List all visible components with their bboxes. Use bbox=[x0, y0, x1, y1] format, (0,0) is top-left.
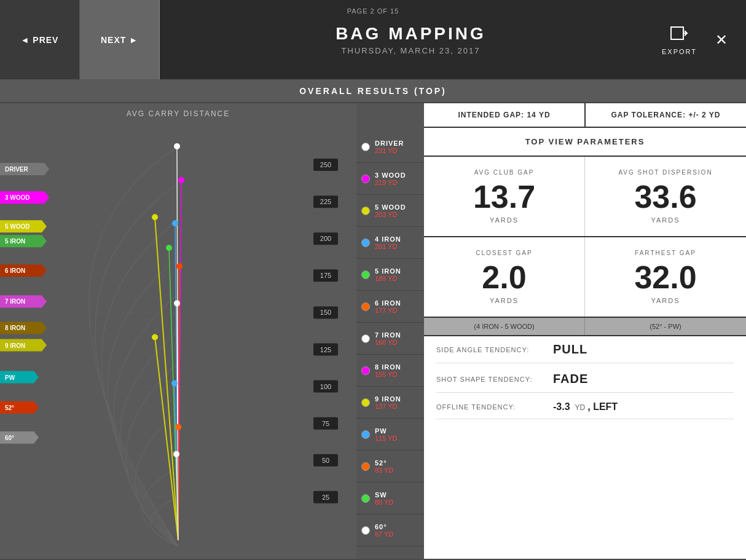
legend-text: SW 80 YD bbox=[375, 491, 393, 506]
offline-label: OFFLINE TENDENCY: bbox=[436, 403, 547, 411]
legend-dot bbox=[361, 366, 370, 375]
tendency-rows: SIDE ANGLE TENDENCY: PULL SHOT SHAPE TEN… bbox=[424, 336, 746, 559]
svg-point-65 bbox=[174, 143, 180, 149]
avg-shot-disp-value: 33.6 bbox=[634, 181, 696, 213]
legend-item: 3 WOOD 219 YD bbox=[356, 163, 424, 195]
svg-point-68 bbox=[172, 220, 178, 226]
next-button[interactable]: NEXT ► bbox=[80, 0, 160, 79]
svg-text:50: 50 bbox=[322, 457, 329, 464]
closest-gap-unit: YARDS bbox=[490, 297, 519, 304]
svg-text:200: 200 bbox=[320, 235, 331, 242]
svg-text:52°: 52° bbox=[5, 404, 14, 411]
legend-text: 4 IRON 201 YD bbox=[375, 235, 401, 250]
legend-club-name: 5 IRON bbox=[375, 267, 401, 275]
page-indicator: PAGE 2 OF 15 bbox=[347, 7, 399, 15]
legend-club-name: 52° bbox=[375, 459, 393, 467]
legend-text: 3 WOOD 219 YD bbox=[375, 172, 406, 186]
chart-svg: 250 225 200 175 150 125 100 75 50 25 DRI… bbox=[0, 128, 356, 559]
legend-club-dist: 115 YD bbox=[375, 435, 398, 442]
legend-item: 8 IRON 155 YD bbox=[356, 355, 424, 387]
avg-shot-disp-cell: AVG SHOT DISPERSION 33.6 YARDS bbox=[585, 157, 746, 236]
legend-item: DRIVER 231 YD bbox=[356, 131, 424, 163]
svg-point-66 bbox=[178, 177, 184, 183]
svg-point-70 bbox=[176, 263, 183, 269]
legend-dot bbox=[361, 334, 370, 343]
svg-text:8 IRON: 8 IRON bbox=[5, 325, 25, 331]
legend-dot bbox=[361, 430, 370, 439]
avg-club-gap-unit: YARDS bbox=[490, 216, 519, 224]
svg-text:100: 100 bbox=[320, 383, 331, 390]
legend-club-name: 6 IRON bbox=[375, 299, 401, 307]
page-title: BAG MAPPING bbox=[336, 24, 486, 44]
right-panel: INTENDED GAP: 14 YD GAP TOLERANCE: +/- 2… bbox=[424, 103, 746, 559]
svg-text:7 IRON: 7 IRON bbox=[5, 298, 25, 305]
export-button[interactable]: EXPORT bbox=[662, 25, 697, 55]
svg-point-74 bbox=[175, 424, 181, 430]
offline-unit: YD bbox=[575, 403, 586, 412]
section-title: OVERALL RESULTS (TOP) bbox=[0, 80, 746, 103]
side-angle-row: SIDE ANGLE TENDENCY: PULL bbox=[436, 342, 734, 363]
svg-text:125: 125 bbox=[320, 346, 331, 353]
legend-text: 6 IRON 177 YD bbox=[375, 299, 401, 314]
svg-text:150: 150 bbox=[320, 309, 331, 316]
gap-tolerance: GAP TOLERANCE: +/- 2 YD bbox=[586, 103, 746, 127]
page-subtitle: THURSDAY, MARCH 23, 2017 bbox=[341, 46, 480, 55]
legend-club-name: 8 IRON bbox=[375, 363, 401, 371]
left-panel: AVG CARRY DISTANCE bbox=[0, 103, 356, 559]
avg-club-gap-value: 13.7 bbox=[473, 181, 535, 213]
legend-club-dist: 201 YD bbox=[375, 243, 401, 250]
legend-text: 7 IRON 160 YD bbox=[375, 331, 401, 346]
header: PAGE 2 OF 15 ◄ PREV NEXT ► BAG MAPPING T… bbox=[0, 0, 746, 80]
legend-dot bbox=[361, 302, 370, 311]
legend-club-dist: 80 YD bbox=[375, 499, 393, 506]
svg-text:75: 75 bbox=[322, 420, 329, 427]
offline-value: -3.3 bbox=[553, 401, 570, 412]
closest-gap-label: CLOSEST GAP bbox=[476, 250, 532, 256]
intended-gap-label: INTENDED GAP: bbox=[458, 111, 524, 119]
legend-item: 60° 67 YD bbox=[356, 515, 424, 546]
svg-text:250: 250 bbox=[320, 161, 331, 168]
legend-item: SW 80 YD bbox=[356, 483, 424, 515]
svg-text:5 WOOD: 5 WOOD bbox=[5, 223, 30, 230]
legend-club-name: PW bbox=[375, 427, 398, 435]
close-button[interactable]: ✕ bbox=[715, 31, 728, 49]
legend-dot bbox=[361, 175, 370, 183]
legend-item: 6 IRON 177 YD bbox=[356, 291, 424, 323]
chart-title: AVG CARRY DISTANCE bbox=[0, 103, 356, 121]
svg-point-73 bbox=[171, 381, 178, 387]
svg-point-67 bbox=[152, 214, 158, 220]
closest-gap-cell: CLOSEST GAP 2.0 YARDS bbox=[424, 237, 585, 317]
avg-shot-disp-label: AVG SHOT DISPERSION bbox=[618, 169, 712, 176]
legend-club-name: 9 IRON bbox=[375, 395, 401, 403]
svg-line-14 bbox=[155, 217, 178, 540]
legend-club-name: 7 IRON bbox=[375, 331, 401, 339]
legend-item: 9 IRON 137 YD bbox=[356, 387, 424, 419]
shot-shape-value: FADE bbox=[553, 372, 588, 386]
legend-text: 9 IRON 137 YD bbox=[375, 395, 401, 410]
side-angle-value: PULL bbox=[553, 342, 587, 357]
farthest-gap-label: FARTHEST GAP bbox=[635, 250, 696, 256]
svg-text:DRIVER: DRIVER bbox=[5, 166, 29, 173]
legend-club-dist: 67 YD bbox=[375, 530, 393, 538]
legend-club-name: DRIVER bbox=[375, 140, 404, 147]
svg-rect-0 bbox=[671, 27, 683, 39]
legend-dot bbox=[361, 239, 370, 247]
legend-item: PW 115 YD bbox=[356, 419, 424, 451]
legend-item: 52° 83 YD bbox=[356, 451, 424, 483]
legend-item: 5 WOOD 203 YD bbox=[356, 195, 424, 227]
legend-text: DRIVER 231 YD bbox=[375, 140, 404, 154]
svg-text:PW: PW bbox=[5, 374, 15, 381]
prev-button[interactable]: ◄ PREV bbox=[0, 0, 80, 79]
legend-dot bbox=[361, 143, 370, 151]
legend-text: 52° 83 YD bbox=[375, 459, 393, 474]
legend-club-name: 3 WOOD bbox=[375, 172, 406, 179]
legend-club-dist: 203 YD bbox=[375, 211, 406, 218]
legend-dot bbox=[361, 462, 370, 471]
offline-row: OFFLINE TENDENCY: -3.3 YD , LEFT bbox=[436, 401, 734, 419]
avg-club-gap-cell: AVG CLUB GAP 13.7 YARDS bbox=[424, 157, 585, 236]
svg-text:25: 25 bbox=[322, 494, 329, 501]
legend-text: 60° 67 YD bbox=[375, 523, 393, 538]
legend-club-name: 5 WOOD bbox=[375, 203, 406, 211]
svg-text:3 WOOD: 3 WOOD bbox=[5, 194, 30, 201]
farthest-gap-unit: YARDS bbox=[651, 297, 680, 304]
